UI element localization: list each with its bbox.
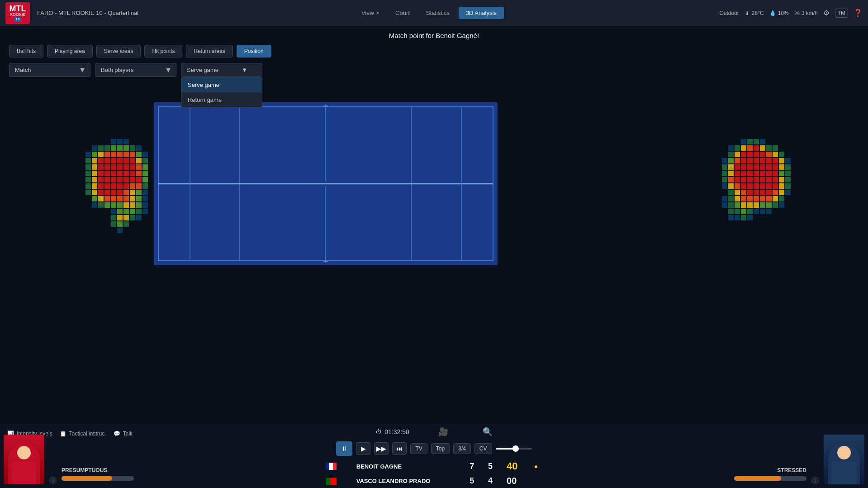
filter-playing-area[interactable]: Playing area	[47, 45, 93, 57]
nav-tabs: View > Court Statistics 3D Analysis	[354, 7, 504, 19]
player2-name: VASCO LEANDRO PRADO	[356, 478, 431, 484]
court-wrapper	[0, 93, 868, 265]
player2-game-cell: 00	[502, 474, 530, 488]
nav-court[interactable]: Court	[388, 7, 417, 19]
tennis-court	[154, 102, 498, 265]
wind-value: 3 km/h	[802, 10, 818, 16]
logo-text: MTL	[9, 5, 26, 13]
transport-controls: ⏸ ▶ ▶▶ ⏭ TV Top 3/4 CV	[336, 440, 531, 459]
humidity-value: 10%	[778, 10, 789, 16]
menu-item-return-game[interactable]: Return game	[181, 92, 262, 107]
top-button[interactable]: Top	[431, 443, 450, 454]
player1-name-cell: BENOIT GAGNE	[352, 459, 465, 474]
player-panel-right: STRESSED ↓	[669, 425, 868, 488]
filter-ball-hits[interactable]: Ball hits	[9, 45, 43, 57]
france-flag	[326, 463, 337, 470]
player1-mood: PRESUMPTUOUS	[62, 467, 134, 474]
player1-game-cell: 40	[502, 459, 530, 474]
pause-button[interactable]: ⏸	[336, 441, 352, 456]
dropdown-game-type-menu: Serve game Return game	[181, 77, 262, 108]
dropdown-players[interactable]: Both players Benoit Gagné Vasco Leandro …	[95, 63, 176, 77]
speed-slider[interactable]	[496, 448, 532, 450]
temp-value: 28°C	[752, 10, 764, 16]
logo-number: 10	[14, 17, 21, 22]
dropdown-game-type[interactable]: Serve game ▼	[181, 63, 262, 77]
weather-outdoor: Outdoor	[719, 10, 739, 16]
match-point-banner: Match point for Benoit Gagné!	[9, 32, 859, 39]
timer-display: ⏱ 01:32:50	[375, 428, 409, 435]
player2-set1-cell: 5	[465, 474, 484, 488]
player2-set1: 5	[470, 476, 474, 485]
tv-button[interactable]: TV	[410, 443, 427, 454]
dropdown-row: Match Set 1 Set 2 ▼ Both players Benoit …	[9, 63, 859, 77]
center-controls: ⏱ 01:32:50 🎥 🔍 ⏸ ▶ ▶▶ ⏭ TV Top 3/4 CV	[321, 425, 547, 488]
player-panel-left: ↓ PRESUMPTUOUS	[0, 425, 199, 488]
menu-item-serve-game[interactable]: Serve game	[181, 77, 262, 92]
player1-set1-cell: 7	[465, 459, 484, 474]
player2-set2-cell: 4	[484, 474, 502, 488]
play-button[interactable]: ▶	[356, 442, 370, 455]
player1-avatar	[4, 435, 44, 484]
dropdown-players-wrapper: Both players Benoit Gagné Vasco Leandro …	[95, 63, 176, 77]
dropdown-game-type-arrow: ▼	[242, 67, 247, 73]
portugal-flag	[326, 478, 337, 485]
settings-icon[interactable]: ⚙	[823, 9, 830, 17]
weather-temp: 🌡 28°C	[745, 10, 764, 16]
playback-controls: ⏱ 01:32:50 🎥 🔍	[375, 425, 493, 440]
help-icon[interactable]: ❓	[854, 9, 863, 17]
player1-set2-cell: 5	[484, 459, 502, 474]
player2-mood: STRESSED	[777, 467, 806, 474]
player2-flag-cell	[321, 474, 352, 488]
match-title: FARO - MTL ROOKIE 10 - Quarterfinal	[37, 10, 138, 16]
dropdown-game-type-wrapper: Serve game ▼ Serve game Return game	[181, 63, 262, 77]
filter-return-areas[interactable]: Return areas	[186, 45, 232, 57]
score-table: BENOIT GAGNE 7 5 40 ●	[321, 459, 547, 488]
search-icon[interactable]: 🔍	[483, 427, 493, 437]
player2-trend-icon: ↓	[811, 476, 819, 484]
filter-serve-areas[interactable]: Serve areas	[96, 45, 141, 57]
serving-indicator: ●	[534, 463, 538, 470]
skip-button[interactable]: ⏭	[392, 442, 407, 455]
thermometer-icon: 🌡	[745, 10, 750, 16]
player1-game-score: 40	[507, 460, 517, 472]
main-content: Match point for Benoit Gagné! Ball hits …	[0, 26, 868, 90]
logo-sub: ROOKIE	[9, 13, 25, 17]
dropdown-game-type-value: Serve game	[187, 67, 218, 73]
camera-icon: 🎥	[438, 427, 448, 437]
player2-avatar	[824, 435, 864, 484]
humidity-icon: 💧	[769, 10, 776, 16]
topbar: MTL ROOKIE 10 FARO - MTL ROOKIE 10 - Qua…	[0, 0, 868, 26]
heatmap-right	[633, 107, 796, 252]
outdoor-label: Outdoor	[719, 10, 739, 16]
dropdown-match[interactable]: Match Set 1 Set 2	[9, 63, 90, 77]
fast-forward-button[interactable]: ▶▶	[374, 442, 389, 455]
cv-button[interactable]: CV	[474, 443, 492, 454]
three-quarter-button[interactable]: 3/4	[453, 443, 471, 454]
nav-3d-analysis[interactable]: 3D Analysis	[459, 7, 504, 19]
player1-row: BENOIT GAGNE 7 5 40 ●	[321, 459, 547, 474]
player2-row: VASCO LEANDRO PRADO 5 4 00	[321, 474, 547, 488]
wind-icon: 🌬	[794, 10, 800, 16]
filter-position[interactable]: Position	[237, 45, 271, 57]
weather-info: Outdoor 🌡 28°C 💧 10% 🌬 3 km/h ⚙ TM ❓	[719, 9, 863, 18]
player2-mood-bar	[734, 476, 806, 481]
player2-game-score: 00	[507, 476, 517, 486]
player2-info: STRESSED	[734, 467, 806, 484]
player1-mood-bar	[62, 476, 134, 481]
logo: MTL ROOKIE 10	[5, 2, 30, 24]
player1-serving-cell: ●	[530, 459, 547, 474]
player1-set2: 5	[488, 462, 493, 471]
filter-hit-points[interactable]: Hit points	[144, 45, 182, 57]
player1-trend-icon: ↓	[49, 476, 57, 484]
bottom-bar: 📊 Intensity levels 📋 Tactical instruc. 💬…	[0, 425, 868, 488]
nav-statistics[interactable]: Statistics	[419, 7, 457, 19]
timer-icon: ⏱	[375, 428, 382, 435]
player2-name-cell: VASCO LEANDRO PRADO	[352, 474, 465, 488]
player1-name: BENOIT GAGNE	[356, 463, 402, 470]
filter-row: Ball hits Playing area Serve areas Hit p…	[9, 45, 859, 57]
nav-view[interactable]: View >	[354, 7, 386, 19]
player1-info: PRESUMPTUOUS	[62, 467, 134, 484]
dropdown-match-wrapper: Match Set 1 Set 2 ▼	[9, 63, 90, 77]
tm-logo: TM	[835, 9, 848, 18]
player1-set1: 7	[470, 462, 474, 471]
